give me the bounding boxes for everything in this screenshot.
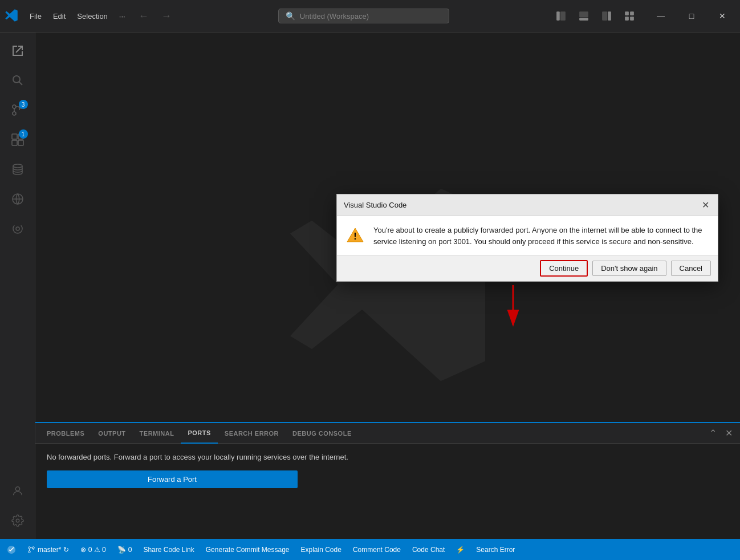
errors-label: ⊗ 0 ⚠ 0 [80,546,105,554]
panel-tab-actions: ⌃ ✕ [706,427,735,440]
statusbar-search-error[interactable]: Search Error [474,539,517,560]
close-button[interactable]: ✕ [709,0,735,33]
statusbar-generate-commit[interactable]: Generate Commit Message [204,539,292,560]
nav-back-button[interactable]: ← [135,7,153,25]
statusbar-comment-code[interactable]: Comment Code [351,539,403,560]
sidebar-item-remote[interactable] [4,185,31,213]
sidebar-item-search[interactable] [4,67,31,94]
sync-icon: ↻ [63,546,69,554]
svg-rect-8 [625,17,629,21]
svg-point-25 [32,546,35,549]
sidebar-item-source-control[interactable]: 3 [4,96,31,124]
svg-point-26 [29,550,31,553]
svg-rect-6 [625,11,629,15]
dialog-footer: Continue Don't show again Cancel [337,255,718,281]
tab-search-error[interactable]: SEARCH ERROR [218,423,286,444]
sidebar-item-database[interactable] [4,156,31,183]
panel-message: No forwarded ports. Forward a port to ac… [47,453,348,461]
tab-terminal[interactable]: TERMINAL [133,423,181,444]
statusbar-lightning[interactable]: ⚡ [454,539,467,560]
svg-text:!: ! [353,232,356,241]
statusbar-errors[interactable]: ⊗ 0 ⚠ 0 [78,539,108,560]
generate-commit-label: Generate Commit Message [206,546,290,554]
comment-code-label: Comment Code [353,546,401,554]
source-control-badge: 3 [19,100,28,109]
explain-code-label: Explain Code [301,546,341,554]
menu-file[interactable]: File [25,10,46,23]
search-icon: 🔍 [286,11,295,21]
svg-rect-17 [12,140,17,145]
svg-rect-1 [560,11,566,21]
maximize-button[interactable]: □ [678,0,705,33]
tab-ports[interactable]: PORTS [181,423,217,444]
statusbar-remote-port[interactable]: 📡 0 [115,539,135,560]
toggle-panel[interactable] [575,7,593,25]
svg-rect-2 [579,11,588,17]
remote-icon: 📡 [117,546,126,554]
sidebar-item-settings[interactable] [4,507,31,534]
panel-collapse-button[interactable]: ⌃ [706,427,719,440]
svg-point-14 [13,112,16,115]
dialog-body: ! You're about to create a publicly forw… [337,216,718,255]
menu-more[interactable]: ··· [115,10,130,23]
menu-bar: File Edit Selection ··· [25,10,130,23]
tab-output[interactable]: OUTPUT [91,423,132,444]
tab-debug-console[interactable]: DEBUG CONSOLE [286,423,359,444]
panel: PROBLEMS OUTPUT TERMINAL PORTS SEARCH ER… [35,422,740,539]
toggle-primary-sidebar[interactable] [552,7,570,25]
tab-problems[interactable]: PROBLEMS [40,423,91,444]
statusbar-share-code[interactable]: Share Code Link [141,539,196,560]
search-text: Untitled (Workspace) [300,12,369,21]
statusbar-code-chat[interactable]: Code Chat [410,539,447,560]
dialog-header: Visual Studio Code ✕ [337,194,718,216]
menu-selection[interactable]: Selection [72,10,112,23]
panel-close-button[interactable]: ✕ [722,427,735,440]
dialog-close-button[interactable]: ✕ [700,199,711,210]
svg-rect-9 [630,17,634,21]
warning-icon: ! [346,226,364,248]
dont-show-again-button[interactable]: Don't show again [592,261,666,276]
svg-rect-18 [18,140,23,145]
search-bar: 🔍 Untitled (Workspace) [180,9,547,23]
activity-bar: 3 1 [0,33,35,539]
svg-point-19 [13,164,22,168]
dialog: Visual Studio Code ✕ ! You're about to c… [336,194,718,282]
sidebar-item-extensions[interactable]: 1 [4,126,31,153]
continue-button[interactable]: Continue [540,260,588,277]
extensions-badge: 1 [19,129,28,139]
svg-rect-3 [579,18,588,21]
svg-rect-7 [630,11,634,15]
nav-forward-button[interactable]: → [157,7,176,25]
dialog-message: You're about to create a publicly forwar… [373,225,709,247]
svg-point-10 [13,76,20,83]
svg-line-11 [19,82,22,86]
code-chat-label: Code Chat [412,546,445,554]
menu-edit[interactable]: Edit [48,10,70,23]
svg-rect-5 [608,11,611,21]
statusbar-remote[interactable] [5,539,18,560]
svg-rect-15 [12,134,17,139]
statusbar-explain-code[interactable]: Explain Code [299,539,344,560]
remote-count: 0 [128,546,132,554]
lightning-icon: ⚡ [456,546,465,554]
svg-rect-4 [602,11,607,21]
search-error-label: Search Error [476,546,515,554]
sidebar-item-explorer[interactable] [4,37,31,64]
statusbar-branch[interactable]: master* ↻ [25,539,71,560]
statusbar: master* ↻ ⊗ 0 ⚠ 0 📡 0 Share Code Link Ge… [0,539,740,560]
vscode-logo [5,9,18,24]
customize-layout[interactable] [620,7,639,25]
sidebar-item-account[interactable] [4,477,31,505]
svg-point-23 [16,519,19,522]
dialog-title: Visual Studio Code [344,201,406,209]
sidebar-item-remote2[interactable] [4,215,31,242]
titlebar: File Edit Selection ··· ← → 🔍 Untitled (… [0,0,740,33]
minimize-button[interactable]: — [648,0,674,33]
forward-port-button[interactable]: Forward a Port [47,470,298,488]
toggle-secondary-sidebar[interactable] [597,7,616,25]
cancel-button[interactable]: Cancel [671,261,711,276]
panel-tabs: PROBLEMS OUTPUT TERMINAL PORTS SEARCH ER… [35,423,740,444]
search-box[interactable]: 🔍 Untitled (Workspace) [278,9,449,23]
svg-point-12 [13,105,16,108]
svg-point-21 [16,227,19,230]
